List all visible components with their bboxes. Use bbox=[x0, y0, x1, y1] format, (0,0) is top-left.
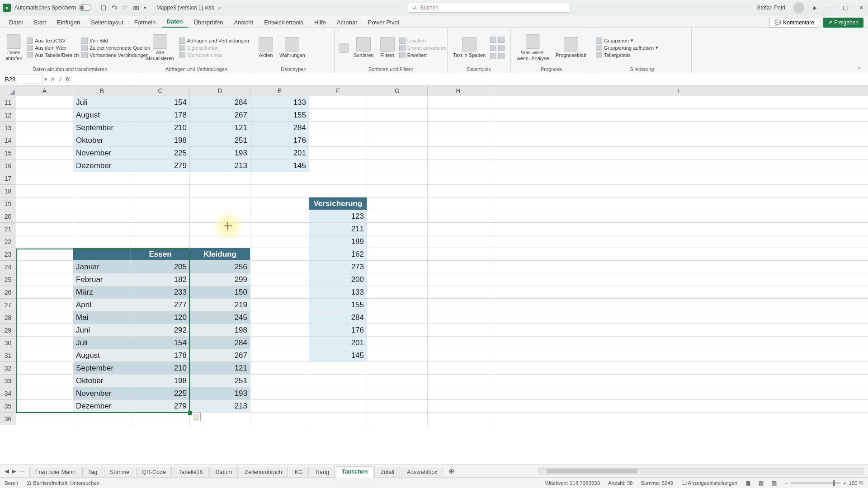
cell-D32[interactable]: 121 bbox=[190, 362, 250, 375]
cell-B28[interactable]: Mai bbox=[73, 311, 131, 324]
formula-input[interactable] bbox=[73, 73, 868, 85]
sheet-tab-qr-code[interactable]: QR-Code bbox=[136, 467, 172, 477]
cell-B16[interactable]: Dezember bbox=[73, 160, 131, 172]
cell-D33[interactable]: 251 bbox=[190, 375, 250, 387]
cell-D16[interactable]: 213 bbox=[190, 160, 250, 172]
cell-B15[interactable]: November bbox=[73, 147, 131, 160]
cell-C13[interactable]: 210 bbox=[131, 122, 190, 134]
cell-D24[interactable]: 256 bbox=[190, 261, 250, 273]
cell-F35[interactable] bbox=[309, 400, 367, 413]
cell-E26[interactable] bbox=[250, 286, 309, 299]
cell-F31[interactable]: 145 bbox=[309, 349, 367, 362]
cell-A35[interactable] bbox=[16, 400, 73, 413]
cell-I22[interactable] bbox=[489, 235, 868, 248]
cell-A18[interactable] bbox=[16, 185, 73, 197]
cell-B18[interactable] bbox=[73, 185, 131, 197]
menu-tab-ansicht[interactable]: Ansicht bbox=[230, 17, 258, 28]
cell-H13[interactable] bbox=[428, 122, 489, 134]
menu-tab-formeln[interactable]: Formeln bbox=[130, 17, 160, 28]
row-header-14[interactable]: 14 bbox=[0, 134, 16, 147]
cell-A27[interactable] bbox=[16, 299, 73, 311]
cell-C30[interactable]: 154 bbox=[131, 337, 190, 349]
zoom-in-icon[interactable]: + bbox=[843, 480, 846, 486]
share-button[interactable]: ↗ Freigeben bbox=[823, 18, 863, 28]
cell-G27[interactable] bbox=[367, 299, 428, 311]
menu-tab-überprüfen[interactable]: Überprüfen bbox=[189, 17, 228, 28]
sheet-next-icon[interactable]: ▶ bbox=[12, 468, 16, 474]
ungroup-button[interactable]: Gruppierung aufheben ▾ bbox=[596, 45, 658, 51]
col-header-D[interactable]: D bbox=[190, 86, 250, 96]
cell-H35[interactable] bbox=[428, 400, 489, 413]
cell-D25[interactable]: 299 bbox=[190, 273, 250, 286]
refresh-all-button[interactable]: Alle aktualisieren bbox=[144, 33, 176, 61]
cell-H34[interactable] bbox=[428, 387, 489, 400]
cell-E28[interactable] bbox=[250, 311, 309, 324]
cell-A28[interactable] bbox=[16, 311, 73, 324]
cell-B24[interactable]: Januar bbox=[73, 261, 131, 273]
cell-C18[interactable] bbox=[131, 185, 190, 197]
filter-button[interactable]: Filtern bbox=[378, 36, 396, 59]
cell-E34[interactable] bbox=[250, 387, 309, 400]
row-header-28[interactable]: 28 bbox=[0, 311, 16, 324]
cell-A16[interactable] bbox=[16, 160, 73, 172]
sheet-tab-auswahlbox[interactable]: Auswahlbox bbox=[401, 467, 443, 477]
text-to-columns-button[interactable]: Text in Spalten bbox=[451, 36, 487, 59]
cell-I16[interactable] bbox=[489, 160, 868, 172]
cell-F14[interactable] bbox=[309, 134, 367, 147]
cell-H16[interactable] bbox=[428, 160, 489, 172]
autosave-toggle[interactable]: Automatisches Speichern bbox=[14, 5, 91, 11]
cell-F20[interactable]: 123 bbox=[309, 210, 367, 223]
cell-F21[interactable]: 211 bbox=[309, 223, 367, 235]
filename[interactable]: Mappe3 (version 1).xlsb bbox=[156, 5, 222, 11]
row-header-11[interactable]: 11 bbox=[0, 96, 16, 109]
row-header-36[interactable]: 36 bbox=[0, 413, 16, 425]
cell-A19[interactable] bbox=[16, 197, 73, 210]
cell-G16[interactable] bbox=[367, 160, 428, 172]
cell-B29[interactable]: Juni bbox=[73, 324, 131, 337]
cell-F25[interactable]: 200 bbox=[309, 273, 367, 286]
cell-A34[interactable] bbox=[16, 387, 73, 400]
sheet-tab-kg[interactable]: KG bbox=[289, 467, 309, 477]
cell-G18[interactable] bbox=[367, 185, 428, 197]
sheet-tab-zufall[interactable]: Zufall bbox=[374, 467, 400, 477]
cell-G12[interactable] bbox=[367, 109, 428, 122]
cell-I25[interactable] bbox=[489, 273, 868, 286]
sheet-tab-tauschen[interactable]: Tauschen bbox=[336, 466, 373, 478]
horizontal-scrollbar[interactable] bbox=[538, 468, 863, 474]
cell-C11[interactable]: 154 bbox=[131, 96, 190, 109]
cell-H33[interactable] bbox=[428, 375, 489, 387]
cell-B20[interactable] bbox=[73, 210, 131, 223]
cell-I12[interactable] bbox=[489, 109, 868, 122]
group-button[interactable]: Gruppieren ▾ bbox=[596, 38, 658, 44]
cell-G11[interactable] bbox=[367, 96, 428, 109]
cell-A17[interactable] bbox=[16, 172, 73, 185]
redo-icon[interactable] bbox=[122, 5, 128, 11]
cell-I28[interactable] bbox=[489, 311, 868, 324]
cell-H30[interactable] bbox=[428, 337, 489, 349]
cell-B19[interactable] bbox=[73, 197, 131, 210]
menu-tab-einfügen[interactable]: Einfügen bbox=[52, 17, 85, 28]
cell-E25[interactable] bbox=[250, 273, 309, 286]
menu-tab-power pivot[interactable]: Power Pivot bbox=[363, 17, 404, 28]
cell-D21[interactable] bbox=[190, 223, 250, 235]
menu-tab-datei[interactable]: Datei bbox=[5, 17, 27, 28]
view-normal-icon[interactable]: ▦ bbox=[745, 480, 750, 486]
cell-F24[interactable]: 273 bbox=[309, 261, 367, 273]
cell-E24[interactable] bbox=[250, 261, 309, 273]
cell-I30[interactable] bbox=[489, 337, 868, 349]
maximize-button[interactable]: ▢ bbox=[841, 4, 849, 12]
row-header-21[interactable]: 21 bbox=[0, 223, 16, 235]
cell-I21[interactable] bbox=[489, 223, 868, 235]
row-header-22[interactable]: 22 bbox=[0, 235, 16, 248]
row-header-35[interactable]: 35 bbox=[0, 400, 16, 413]
cell-F33[interactable] bbox=[309, 375, 367, 387]
cell-B34[interactable]: November bbox=[73, 387, 131, 400]
search-input[interactable]: Suchen bbox=[408, 3, 571, 13]
accessibility-status[interactable]: 🕮 Barrierefreiheit: Untersuchen bbox=[26, 480, 99, 486]
cell-H25[interactable] bbox=[428, 273, 489, 286]
cell-D22[interactable] bbox=[190, 235, 250, 248]
cell-E32[interactable] bbox=[250, 362, 309, 375]
col-header-F[interactable]: F bbox=[309, 86, 367, 96]
cell-H21[interactable] bbox=[428, 223, 489, 235]
cell-G36[interactable] bbox=[367, 413, 428, 425]
